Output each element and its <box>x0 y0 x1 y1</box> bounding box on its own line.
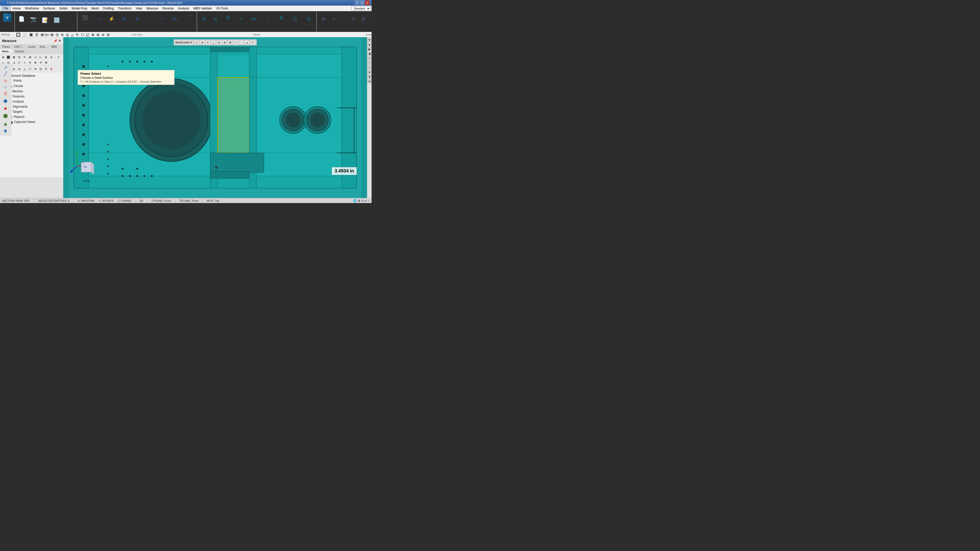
autocursor-btn-3[interactable]: ✕ <box>205 40 210 44</box>
power-select-button[interactable]: ⚡ Power Select <box>106 14 117 29</box>
measure-pin-button[interactable]: 📌 <box>54 39 57 43</box>
left-tool-18[interactable]: ⊕ <box>33 60 38 65</box>
autocursor-btn-1[interactable]: ⊙ <box>194 40 199 44</box>
vert-tool-circle[interactable]: ○ <box>4 85 7 90</box>
viewcube-right[interactable]: ▷ <box>88 179 90 183</box>
menu-mesh[interactable]: Mesh <box>89 6 101 11</box>
menu-vs-tools[interactable]: VS-Tools <box>214 6 230 11</box>
right-btn-9[interactable]: ⊕ <box>368 75 372 79</box>
autocursor-btn-9[interactable]: ⋯ <box>239 40 244 44</box>
grow-plane-button[interactable]: ⊕ Grow Plane <box>198 14 209 29</box>
intersect-planes-button[interactable]: ⋈ Intersect Planes <box>247 14 260 29</box>
distance-between-planes-button[interactable]: ↔ Distance Between Planes <box>261 14 274 29</box>
vert-tool-cylinder[interactable]: ⬟ <box>3 113 8 119</box>
autocursor-label[interactable]: AutoCursor ▾ <box>175 41 192 44</box>
vert-tool-arrow[interactable]: ↗ <box>3 65 7 70</box>
notepad-button[interactable]: 📝 Notepad <box>39 14 51 29</box>
fit-curve-from-chain-button[interactable]: ⌒ Fit Curve from Chain <box>183 14 196 29</box>
status-icon-3[interactable]: ⊙ <box>361 199 364 203</box>
menu-file[interactable]: File <box>1 6 11 11</box>
autocursor-btn-2[interactable]: ⊕ <box>200 40 204 44</box>
menu-view[interactable]: View <box>134 6 145 11</box>
left-tool-14[interactable]: ⊿ <box>11 60 16 65</box>
tab-cadt[interactable]: CAD T... <box>12 44 26 49</box>
right-btn-6[interactable]: − <box>368 61 372 65</box>
autocursor-btn-8[interactable]: ↗ <box>234 40 238 44</box>
auto-center-plane-button[interactable]: ⊠ Auto Center Plane <box>275 14 288 29</box>
wcs2-points-button[interactable]: ∷ WCS 2 Points <box>339 14 348 29</box>
menu-surfaces[interactable]: Surfaces <box>41 6 57 11</box>
left-tool-17[interactable]: ⊙ <box>27 60 32 65</box>
left-tool-15[interactable]: ⬡ <box>17 60 22 65</box>
maximize-button[interactable]: □ <box>360 0 364 5</box>
left-tool-1[interactable]: ⊕ <box>0 55 6 60</box>
trim-planes-button[interactable]: ✂ Trim Planes <box>235 14 247 29</box>
left-tool-2[interactable]: ⬛ <box>6 55 11 60</box>
left-tool-6[interactable]: ⊞ <box>27 55 32 60</box>
tab-planes[interactable]: Planes <box>0 44 12 49</box>
menu-analysis[interactable]: Analysis <box>176 6 191 11</box>
standard-dropdown[interactable]: Standard <box>352 6 371 11</box>
menu-wireframe[interactable]: Wireframe <box>23 6 41 11</box>
vert-tool-solid2[interactable]: ● <box>4 105 7 112</box>
menu-transform[interactable]: Transform <box>116 6 134 11</box>
calculator-button[interactable]: 🔢 Calculator <box>51 14 62 29</box>
right-btn-4[interactable]: ◀ <box>368 52 372 56</box>
autocursor-btn-11[interactable]: ✎ <box>250 40 255 44</box>
vert-tool-arrow-down[interactable]: ▼ <box>3 128 8 135</box>
left-tool2-8[interactable]: ⊡ <box>38 66 43 71</box>
left-tool2-10[interactable]: ⊕ <box>49 66 54 71</box>
left-tool-4[interactable]: ⊡ <box>17 55 22 60</box>
viewport[interactable]: AutoCursor ▾ ⊙ ⊕ ✕ △ ⊗ ⊞ ⊠ ↗ ⋯ ⊿ ✎ Power… <box>63 37 367 198</box>
wcs-ppo-button[interactable]: ⊞ WCS PPO <box>368 14 372 29</box>
right-btn-2[interactable]: ▲ <box>368 42 372 46</box>
right-btn-10[interactable]: ⊗ <box>368 79 372 83</box>
menu-modelprep[interactable]: Model Prep <box>70 6 89 11</box>
autocursor-btn-5[interactable]: ⊗ <box>217 40 221 44</box>
trim-multiple-planes-button[interactable]: ⊞ Trim Multiple Planes <box>221 14 235 29</box>
auto-hole-axis-button[interactable]: ⦿ Auto Hole-Axis <box>118 14 131 29</box>
viewcube[interactable]: Top Back <box>76 159 97 179</box>
minimum-bounding-box-button[interactable]: ⬛ Minimum Bounding Box <box>78 14 92 29</box>
left-tool-8[interactable]: ▷ <box>38 55 43 60</box>
left-tool2-6[interactable]: ⬡ <box>27 66 32 71</box>
left-tool2-9[interactable]: ↻ <box>43 66 48 71</box>
measure-close-button[interactable]: ✕ <box>59 39 61 43</box>
vert-tool-triangle[interactable]: ▲ <box>3 121 8 127</box>
pierce-button[interactable]: ↓ Pierce <box>143 14 154 29</box>
tab-analysis[interactable]: Analysis <box>13 49 27 54</box>
left-tool-10[interactable]: ⊙ <box>49 55 54 60</box>
left-tool2-4[interactable]: ⊖ <box>17 66 22 71</box>
right-btn-3[interactable]: ▶ <box>368 47 372 51</box>
menu-drafting[interactable]: Drafting <box>101 6 116 11</box>
hole-axis-button[interactable]: ⊙ Hole-Axis <box>131 14 143 29</box>
tab-levels[interactable]: Levels <box>26 44 38 49</box>
screenshot-button[interactable]: 📷 Screenshot <box>27 14 39 29</box>
create-3dpdf-button[interactable]: 📄 Create 3D PDF <box>16 14 27 29</box>
tab-mbd[interactable]: MBD <box>49 44 59 49</box>
wcs2-planes-button[interactable]: ⊟ WCS 2 Planes <box>359 14 368 29</box>
menu-mbd-validate[interactable]: MBD Validate <box>191 6 214 11</box>
autocursor-btn-10[interactable]: ⊿ <box>245 40 249 44</box>
close-button[interactable]: ✕ <box>365 0 369 5</box>
status-icon-2[interactable]: ⊕ <box>358 199 360 203</box>
bsect-planes-button[interactable]: ⊡ Bsect Planes <box>288 14 302 29</box>
wcs3-axes-button[interactable]: ⌖ WCS 3 Axes <box>329 14 339 29</box>
autocursor-btn-4[interactable]: △ <box>211 40 216 44</box>
left-tool2-7[interactable]: ≋ <box>33 66 38 71</box>
menu-measure[interactable]: Measure <box>145 6 161 11</box>
single-pt-plane-button[interactable]: ⊟ Single Pt Plane <box>302 14 315 29</box>
viewcube-left[interactable]: ◁ <box>83 179 85 183</box>
merge-cadfiles-button[interactable]: ⊕ Merge CAD Files <box>63 14 76 29</box>
vert-tool-line[interactable]: ╱ <box>4 71 7 77</box>
right-btn-8[interactable]: ● <box>368 70 372 74</box>
verisurf-preferences-button[interactable]: V Verisurf Preferences <box>1 13 14 30</box>
right-btn-5[interactable]: + <box>368 56 372 60</box>
viewcube-down[interactable]: ▽ <box>85 179 88 183</box>
menu-solids[interactable]: Solids <box>57 6 70 11</box>
left-tool-5[interactable]: ✎ <box>22 55 27 60</box>
right-btn-7[interactable]: ○ <box>368 65 372 69</box>
shrink-plane-button[interactable]: ⊖ Shrink Plane <box>210 14 221 29</box>
left-tool-19[interactable]: ↺ <box>38 60 43 65</box>
left-tool-16[interactable]: ∿ <box>22 60 27 65</box>
